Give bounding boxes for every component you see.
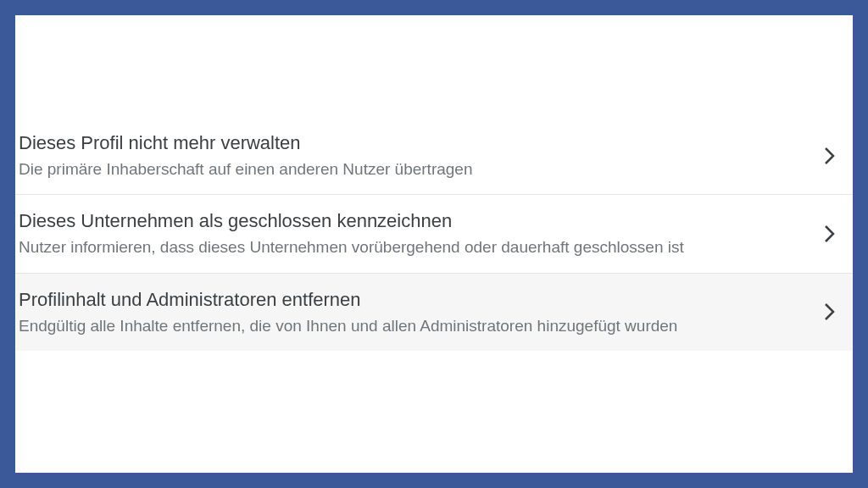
option-text: Dieses Unternehmen als geschlossen kennz…	[19, 208, 810, 258]
option-description: Nutzer informieren, dass dieses Unterneh…	[19, 236, 810, 259]
option-title: Profilinhalt und Administratoren entfern…	[19, 287, 810, 313]
option-text: Profilinhalt und Administratoren entfern…	[19, 287, 810, 337]
option-title: Dieses Profil nicht mehr verwalten	[19, 130, 810, 157]
option-remove-content-admins[interactable]: Profilinhalt und Administratoren entfern…	[15, 273, 853, 351]
option-mark-closed[interactable]: Dieses Unternehmen als geschlossen kennz…	[15, 194, 853, 272]
option-description: Die primäre Inhaberschaft auf einen ande…	[19, 158, 810, 181]
chevron-right-icon	[824, 225, 836, 243]
chevron-right-icon	[824, 302, 836, 321]
settings-panel: Dieses Profil nicht mehr verwalten Die p…	[15, 15, 853, 473]
option-text: Dieses Profil nicht mehr verwalten Die p…	[19, 130, 810, 180]
option-title: Dieses Unternehmen als geschlossen kennz…	[19, 208, 810, 235]
option-description: Endgültig alle Inhalte entfernen, die vo…	[19, 315, 810, 338]
option-stop-managing-profile[interactable]: Dieses Profil nicht mehr verwalten Die p…	[15, 117, 853, 194]
chevron-right-icon	[824, 147, 836, 165]
